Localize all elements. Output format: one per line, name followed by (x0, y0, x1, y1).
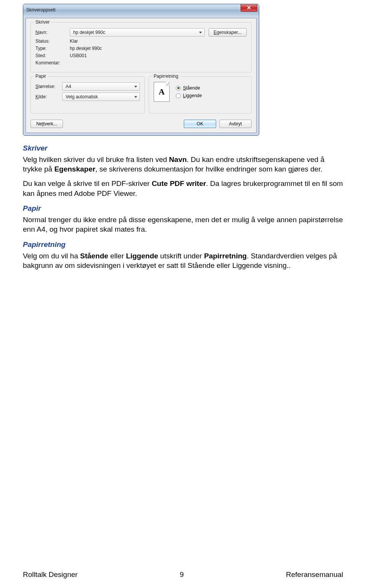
type-label: Type: (35, 46, 70, 51)
comment-label: Kommentar: (35, 60, 70, 66)
dialog-body: Skriver Navn: hp deskjet 990c Egenskaper… (26, 18, 257, 133)
status-label: Status: (35, 38, 70, 44)
paper-size-dropdown[interactable]: A4 (62, 82, 140, 91)
footer-left: Rolltalk Designer (23, 570, 78, 579)
section-heading-papirretning: Papirretning (23, 240, 343, 250)
paper-source-dropdown[interactable]: Velg automatisk (62, 93, 140, 101)
paper-size-value: A4 (66, 84, 71, 89)
printer-legend: Skriver (34, 19, 51, 25)
portrait-radio[interactable]: Stående (176, 85, 202, 91)
section-heading-papir: Papir (23, 203, 343, 213)
printer-group: Skriver Navn: hp deskjet 990c Egenskaper… (30, 22, 252, 72)
properties-button[interactable]: Egenskaper... (209, 28, 247, 37)
chevron-down-icon (199, 32, 202, 34)
radio-icon (176, 93, 181, 98)
paper-group: Papir Størrelse: A4 Kilde: Velg automat (30, 76, 145, 114)
close-icon (247, 5, 251, 11)
network-button[interactable]: Nettverk... (30, 120, 63, 128)
document-body: Skriver Velg hvilken skriver du vil bruk… (23, 143, 343, 271)
close-button[interactable] (241, 4, 257, 12)
page-footer: Rolltalk Designer 9 Referansemanual (23, 570, 343, 579)
footer-right: Referansemanual (286, 570, 343, 579)
cancel-button[interactable]: Avbryt (219, 120, 252, 128)
paragraph: Velg om du vil ha Stående eller Liggende… (23, 251, 343, 271)
printer-name-value: hp deskjet 990c (73, 30, 105, 35)
ok-button[interactable]: OK (184, 120, 216, 128)
dialog-titlebar: Skriveroppsett (23, 4, 259, 16)
chevron-down-icon (134, 96, 137, 98)
where-label: Sted: (35, 53, 70, 58)
where-value: USB001 (70, 53, 87, 58)
source-label: Kilde: (35, 94, 62, 99)
status-value: Klar (70, 38, 78, 44)
type-value: hp deskjet 990c (70, 46, 102, 51)
paragraph: Normal trenger du ikke endre på disse eg… (23, 215, 343, 234)
print-setup-dialog: Skriveroppsett Skriver Navn: hp deskjet … (23, 4, 259, 136)
paper-legend: Papir (34, 74, 48, 79)
printer-name-dropdown[interactable]: hp deskjet 990c (70, 28, 205, 37)
page-orientation-icon: A (154, 82, 170, 102)
dialog-title: Skriveroppsett (26, 7, 56, 13)
radio-icon (176, 86, 181, 91)
paper-source-value: Velg automatisk (66, 94, 98, 99)
name-label: Navn: (35, 30, 70, 35)
orientation-group: Papirretning A Stående (149, 76, 252, 114)
size-label: Størrelse: (35, 84, 62, 89)
chevron-down-icon (134, 86, 137, 88)
section-heading-skriver: Skriver (23, 143, 343, 153)
orientation-legend: Papirretning (152, 74, 180, 79)
footer-page-number: 9 (180, 570, 184, 579)
paragraph: Velg hvilken skriver du vil bruke fra li… (23, 155, 343, 174)
paragraph: Du kan velge å skrive til en PDF-skriver… (23, 179, 343, 198)
landscape-radio[interactable]: Liggende (176, 93, 202, 98)
